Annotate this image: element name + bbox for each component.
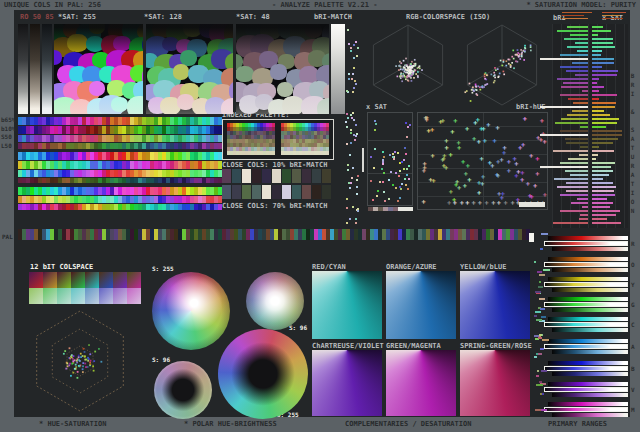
colorspace-point bbox=[407, 77, 409, 79]
desat-noise-mark bbox=[534, 356, 537, 358]
margin-dot bbox=[346, 90, 348, 92]
colorspace-point bbox=[519, 58, 521, 60]
sat-point bbox=[388, 198, 390, 200]
desat-noise-mark bbox=[541, 370, 547, 372]
margin-dot bbox=[356, 55, 358, 57]
sat-bar bbox=[592, 58, 614, 60]
sat-point bbox=[383, 172, 385, 174]
colspace12-tile bbox=[71, 288, 85, 304]
close-cols-row bbox=[222, 169, 334, 183]
colorspace-point bbox=[409, 66, 411, 68]
colorspace-point bbox=[411, 61, 413, 63]
bri-hue-point: + bbox=[535, 157, 539, 162]
margin-dot bbox=[346, 143, 348, 145]
close-col-swatch bbox=[252, 185, 261, 199]
hue-sat-point bbox=[100, 361, 102, 363]
sat-bar bbox=[592, 126, 606, 128]
desat-noise-mark bbox=[540, 308, 545, 310]
colorspace-point bbox=[421, 69, 423, 71]
bri-bar bbox=[571, 202, 588, 204]
sat-point bbox=[406, 174, 408, 176]
bri-hue-point: + bbox=[457, 186, 461, 191]
sat-bar bbox=[592, 62, 614, 64]
complementary-panel-5 bbox=[460, 350, 530, 416]
colorspace-point bbox=[402, 75, 404, 77]
margin-dot bbox=[353, 44, 355, 46]
sat-point bbox=[401, 161, 403, 163]
primary-range-bar bbox=[552, 268, 628, 272]
margin-dot bbox=[348, 182, 350, 184]
hue-sat-point bbox=[74, 368, 76, 370]
colorspace-point bbox=[410, 66, 412, 68]
desat-noise-mark bbox=[537, 384, 543, 386]
colorspace-point bbox=[494, 80, 496, 82]
bri-hue-point: + bbox=[448, 153, 452, 158]
margin-dot bbox=[346, 222, 348, 224]
bri-bar bbox=[566, 70, 588, 72]
sat-point bbox=[374, 148, 376, 150]
bri-hue-white-bar bbox=[519, 202, 545, 207]
colspace12-tile bbox=[29, 288, 43, 304]
primary-range-bar bbox=[548, 277, 628, 281]
hue-sat-point bbox=[87, 366, 89, 368]
hue-sat-point bbox=[69, 363, 71, 365]
hue-sat-point bbox=[93, 370, 95, 372]
desat-noise-mark bbox=[534, 261, 536, 263]
hue-sat-point bbox=[69, 347, 71, 349]
colorspace-point bbox=[406, 69, 408, 71]
close-col-swatch bbox=[292, 169, 301, 183]
mini-bars-icon bbox=[562, 12, 592, 13]
margin-dot bbox=[356, 179, 358, 181]
bri-bar bbox=[575, 74, 588, 76]
sat-bar bbox=[592, 182, 613, 184]
primary-range-bar bbox=[548, 339, 628, 343]
bri-hue-point: + bbox=[526, 182, 530, 187]
hue-sat-point bbox=[89, 353, 91, 355]
close-col-swatch bbox=[262, 185, 271, 199]
bri-hue-point: + bbox=[463, 184, 467, 189]
bri-bar bbox=[557, 78, 588, 80]
hue-sat-point bbox=[84, 351, 86, 353]
sat-bar bbox=[592, 214, 616, 216]
sat-bar bbox=[592, 170, 613, 172]
sat-point bbox=[407, 126, 409, 128]
sat-bar bbox=[592, 190, 614, 192]
colorspace-point bbox=[402, 69, 404, 71]
blob-shade-top bbox=[146, 24, 233, 114]
desat-noise-mark bbox=[540, 348, 545, 350]
colspace12-tile bbox=[85, 288, 99, 304]
colorspace-point bbox=[483, 86, 485, 88]
bri-bar bbox=[560, 194, 588, 196]
colspace12-tile bbox=[127, 288, 141, 304]
bri-hue-point: + bbox=[464, 172, 468, 177]
hue-sat-point bbox=[85, 366, 87, 368]
hue-sat-point bbox=[82, 362, 84, 364]
hue-sat-point bbox=[89, 363, 91, 365]
desat-noise-mark bbox=[539, 274, 545, 276]
primary-range-bar bbox=[552, 350, 628, 354]
primary-range-letter: C bbox=[631, 321, 635, 328]
bri-bar bbox=[579, 218, 588, 220]
colorspace-point bbox=[521, 53, 523, 55]
close-col-swatch bbox=[282, 185, 291, 199]
hue-sat-point bbox=[72, 372, 74, 374]
close-col-swatch bbox=[282, 169, 291, 183]
bri-bar-white bbox=[540, 58, 588, 60]
bri-bar bbox=[560, 66, 588, 68]
colorspace-point bbox=[484, 84, 486, 86]
colorspace-point bbox=[481, 86, 483, 88]
sat-point bbox=[395, 172, 397, 174]
sat-point bbox=[372, 199, 374, 201]
margin-dot bbox=[347, 164, 349, 166]
bri-hue-point: + bbox=[456, 141, 460, 146]
desat-noise-mark bbox=[537, 370, 539, 372]
primary-range-bar-framed bbox=[544, 282, 628, 287]
desat-noise-mark bbox=[540, 248, 543, 250]
colspace12-tile bbox=[57, 288, 71, 304]
margin-dot bbox=[355, 222, 357, 224]
margin-dot bbox=[348, 43, 350, 45]
primary-range-bar-framed bbox=[544, 344, 628, 349]
colorspace-point bbox=[403, 60, 405, 62]
colorspace-point bbox=[408, 73, 410, 75]
bri-hue-point: + bbox=[430, 128, 434, 133]
